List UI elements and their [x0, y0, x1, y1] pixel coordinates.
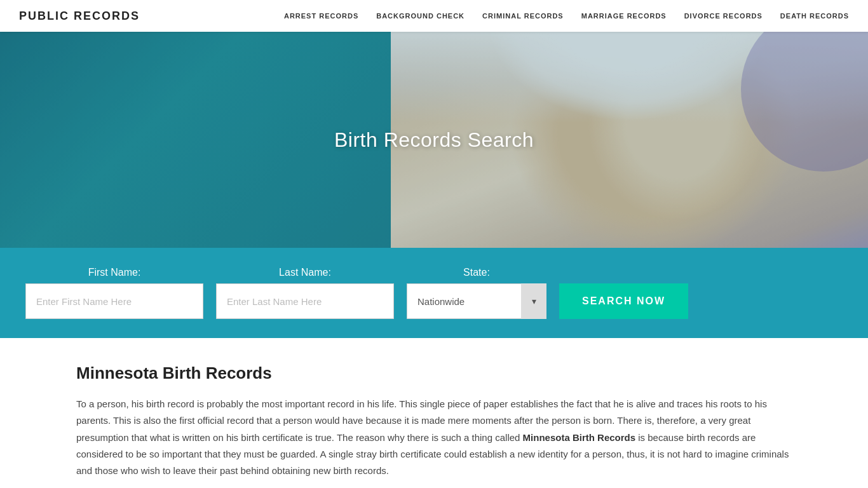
nav-link-arrest-records[interactable]: ARREST RECORDS: [284, 12, 358, 20]
content-paragraph: To a person, his birth record is probabl…: [76, 396, 792, 479]
nav-link-criminal-records[interactable]: CRIMINAL RECORDS: [482, 12, 564, 20]
last-name-label: Last Name:: [216, 267, 394, 278]
last-name-field: Last Name:: [216, 267, 394, 319]
bold-phrase: Minnesota Birth Records: [523, 432, 636, 443]
state-label: State:: [407, 267, 546, 278]
first-name-label: First Name:: [25, 267, 203, 278]
first-name-input[interactable]: [25, 283, 203, 319]
content-heading: Minnesota Birth Records: [76, 363, 792, 383]
state-select[interactable]: NationwideAlabamaAlaskaArizonaArkansasCa…: [407, 283, 546, 319]
state-select-wrapper: NationwideAlabamaAlaskaArizonaArkansasCa…: [407, 283, 546, 319]
hero-content: Birth Records Search: [334, 128, 534, 152]
state-field: State: NationwideAlabamaAlaskaArizonaArk…: [407, 267, 546, 319]
main-content: Minnesota Birth Records To a person, his…: [0, 338, 868, 488]
main-nav: ARREST RECORDSBACKGROUND CHECKCRIMINAL R…: [284, 12, 849, 20]
nav-link-background-check[interactable]: BACKGROUND CHECK: [376, 12, 465, 20]
nav-link-divorce-records[interactable]: DIVORCE RECORDS: [684, 12, 763, 20]
header: PUBLIC RECORDS ARREST RECORDSBACKGROUND …: [0, 0, 868, 32]
hero-section: Birth Records Search: [0, 32, 868, 248]
last-name-input[interactable]: [216, 283, 394, 319]
nav-link-marriage-records[interactable]: MARRIAGE RECORDS: [581, 12, 667, 20]
search-now-button[interactable]: SEARCH NOW: [559, 283, 688, 319]
first-name-field: First Name:: [25, 267, 203, 319]
search-bar: First Name: Last Name: State: Nationwide…: [0, 248, 868, 338]
nav-link-death-records[interactable]: DEATH RECORDS: [780, 12, 849, 20]
logo: PUBLIC RECORDS: [19, 10, 140, 23]
hero-title: Birth Records Search: [334, 128, 534, 152]
